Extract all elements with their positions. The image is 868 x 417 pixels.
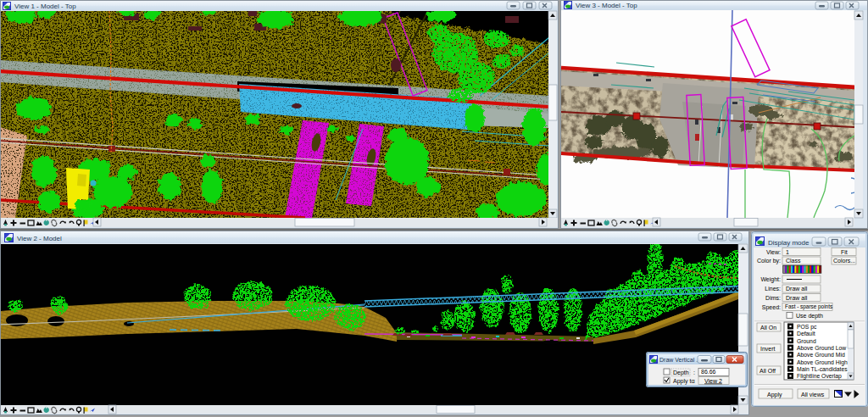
svg-text:Above Ground High: Above Ground High <box>797 359 848 366</box>
svg-text:1: 1 <box>786 249 789 255</box>
svg-text:Class: Class <box>786 258 801 264</box>
svg-text:Apply to: Apply to <box>673 378 694 385</box>
svg-text:Draw Vertical ...: Draw Vertical ... <box>659 357 701 363</box>
svg-text:Weight:: Weight: <box>760 276 781 283</box>
svg-text:View 3 - Model - Top: View 3 - Model - Top <box>576 2 637 9</box>
svg-text:Ground: Ground <box>797 338 816 344</box>
svg-text::: : <box>693 378 695 384</box>
svg-text::: : <box>693 370 695 375</box>
svg-text:Fast - sparse points: Fast - sparse points <box>785 303 832 310</box>
svg-text:Draw all: Draw all <box>786 286 808 292</box>
svg-text:Above Ground Mid: Above Ground Mid <box>797 352 845 358</box>
svg-text:All views: All views <box>801 392 825 398</box>
svg-text:Above Ground Low: Above Ground Low <box>797 345 846 351</box>
svg-text:View:: View: <box>766 249 781 255</box>
svg-text:All Off: All Off <box>760 368 776 374</box>
svg-text:Invert: Invert <box>760 346 776 352</box>
svg-text:View 2 - Model: View 2 - Model <box>17 235 62 242</box>
svg-text:Use depth: Use depth <box>796 313 823 320</box>
svg-text:Fit: Fit <box>841 249 848 255</box>
svg-text:View 1 - Model - Top: View 1 - Model - Top <box>14 3 76 10</box>
svg-text:Main TL-candidates: Main TL-candidates <box>797 366 848 372</box>
svg-text:Lines:: Lines: <box>765 286 781 292</box>
svg-text:Dims:: Dims: <box>765 295 781 301</box>
svg-text:Apply: Apply <box>767 392 782 398</box>
svg-text:Flightline Overlap: Flightline Overlap <box>797 373 842 380</box>
svg-text:Colors...: Colors... <box>833 258 855 264</box>
svg-text:Depth: Depth <box>673 370 689 376</box>
svg-text:Draw all: Draw all <box>786 295 808 301</box>
svg-text:All On: All On <box>760 325 776 331</box>
svg-text:View 2: View 2 <box>704 378 722 384</box>
svg-text:POS pc: POS pc <box>797 324 817 331</box>
svg-text:Speed:: Speed: <box>762 304 781 311</box>
svg-text:Default: Default <box>797 331 815 336</box>
svg-text:Color by:: Color by: <box>757 258 781 264</box>
svg-text:86.66: 86.66 <box>701 369 716 375</box>
svg-text:Display mode: Display mode <box>768 239 810 247</box>
